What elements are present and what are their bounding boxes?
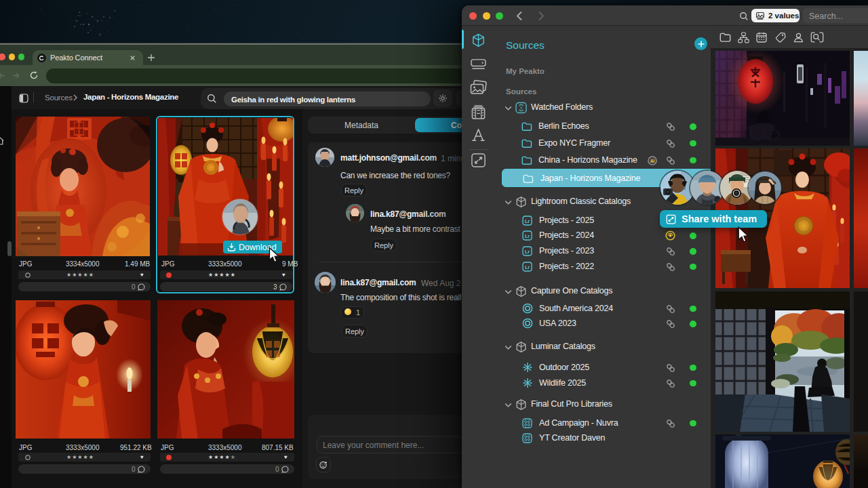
svg-text:AI: AI (650, 158, 655, 163)
svg-text:Lr: Lr (525, 218, 530, 224)
svg-text:Lr: Lr (525, 249, 530, 255)
svg-text:Lr: Lr (525, 264, 530, 270)
svg-text:Lr: Lr (525, 233, 530, 239)
